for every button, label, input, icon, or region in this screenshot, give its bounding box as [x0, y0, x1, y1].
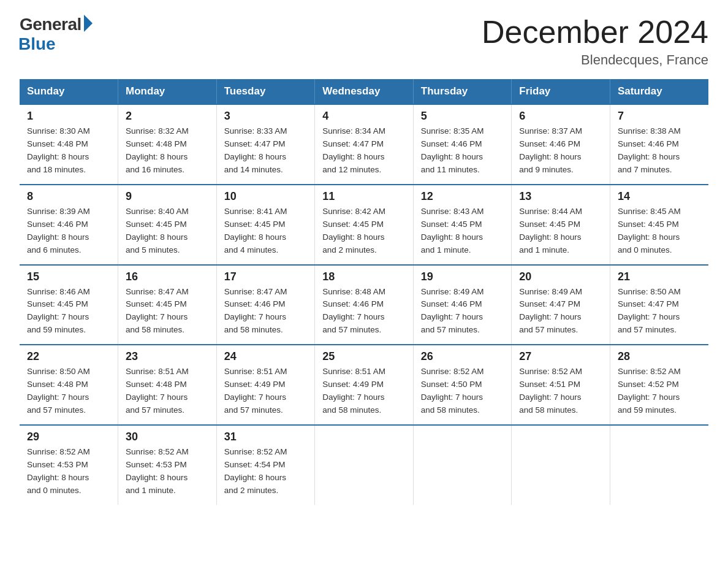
day-number: 21	[618, 270, 701, 283]
calendar-cell: 23Sunrise: 8:51 AMSunset: 4:48 PMDayligh…	[118, 345, 217, 425]
day-info: Sunrise: 8:33 AMSunset: 4:47 PMDaylight:…	[224, 125, 308, 177]
calendar-cell: 21Sunrise: 8:50 AMSunset: 4:47 PMDayligh…	[610, 265, 708, 345]
calendar-week-row: 1Sunrise: 8:30 AMSunset: 4:48 PMDaylight…	[20, 104, 708, 185]
day-number: 20	[519, 270, 602, 283]
calendar-cell: 5Sunrise: 8:35 AMSunset: 4:46 PMDaylight…	[413, 104, 512, 185]
calendar-cell	[512, 425, 610, 505]
logo: General Blue	[20, 15, 93, 54]
day-info: Sunrise: 8:50 AMSunset: 4:47 PMDaylight:…	[618, 286, 701, 337]
day-number: 26	[421, 350, 504, 363]
page-header: General Blue December 2024 Blendecques, …	[20, 15, 708, 68]
day-number: 29	[27, 431, 110, 443]
calendar-cell: 19Sunrise: 8:49 AMSunset: 4:46 PMDayligh…	[413, 265, 512, 345]
calendar-cell: 31Sunrise: 8:52 AMSunset: 4:54 PMDayligh…	[216, 425, 315, 505]
day-number: 5	[421, 110, 504, 123]
calendar-cell: 6Sunrise: 8:37 AMSunset: 4:46 PMDaylight…	[512, 104, 610, 185]
calendar-cell: 11Sunrise: 8:42 AMSunset: 4:45 PMDayligh…	[315, 185, 414, 265]
calendar-header-row: SundayMondayTuesdayWednesdayThursdayFrid…	[20, 79, 708, 104]
day-number: 14	[618, 190, 701, 203]
day-info: Sunrise: 8:34 AMSunset: 4:47 PMDaylight:…	[322, 125, 406, 177]
day-info: Sunrise: 8:37 AMSunset: 4:46 PMDaylight:…	[519, 125, 602, 177]
day-info: Sunrise: 8:46 AMSunset: 4:45 PMDaylight:…	[27, 286, 110, 337]
calendar-cell: 18Sunrise: 8:48 AMSunset: 4:46 PMDayligh…	[315, 265, 414, 345]
day-number: 16	[126, 270, 209, 283]
day-info: Sunrise: 8:40 AMSunset: 4:45 PMDaylight:…	[126, 205, 209, 257]
calendar-cell: 8Sunrise: 8:39 AMSunset: 4:46 PMDaylight…	[20, 185, 118, 265]
day-info: Sunrise: 8:38 AMSunset: 4:46 PMDaylight:…	[618, 125, 701, 177]
calendar-cell: 22Sunrise: 8:50 AMSunset: 4:48 PMDayligh…	[20, 345, 118, 425]
day-info: Sunrise: 8:41 AMSunset: 4:45 PMDaylight:…	[224, 205, 308, 257]
calendar-week-row: 22Sunrise: 8:50 AMSunset: 4:48 PMDayligh…	[20, 345, 708, 425]
calendar-cell: 30Sunrise: 8:52 AMSunset: 4:53 PMDayligh…	[118, 425, 217, 505]
calendar-cell: 28Sunrise: 8:52 AMSunset: 4:52 PMDayligh…	[610, 345, 708, 425]
calendar-cell: 14Sunrise: 8:45 AMSunset: 4:45 PMDayligh…	[610, 185, 708, 265]
column-header-wednesday: Wednesday	[315, 79, 414, 104]
day-number: 10	[224, 190, 308, 203]
day-number: 25	[322, 350, 406, 363]
logo-triangle-icon	[84, 15, 93, 32]
day-number: 17	[224, 270, 308, 283]
day-info: Sunrise: 8:49 AMSunset: 4:46 PMDaylight:…	[421, 286, 504, 337]
day-number: 28	[618, 350, 701, 363]
title-block: December 2024 Blendecques, France	[482, 15, 708, 68]
day-number: 31	[224, 431, 308, 443]
calendar-cell: 10Sunrise: 8:41 AMSunset: 4:45 PMDayligh…	[216, 185, 315, 265]
calendar-cell: 12Sunrise: 8:43 AMSunset: 4:45 PMDayligh…	[413, 185, 512, 265]
calendar-cell	[413, 425, 512, 505]
calendar-cell: 3Sunrise: 8:33 AMSunset: 4:47 PMDaylight…	[216, 104, 315, 185]
calendar-cell: 27Sunrise: 8:52 AMSunset: 4:51 PMDayligh…	[512, 345, 610, 425]
column-header-sunday: Sunday	[20, 79, 118, 104]
day-number: 19	[421, 270, 504, 283]
calendar-cell	[315, 425, 414, 505]
calendar-cell: 4Sunrise: 8:34 AMSunset: 4:47 PMDaylight…	[315, 104, 414, 185]
day-number: 6	[519, 110, 602, 123]
day-info: Sunrise: 8:52 AMSunset: 4:50 PMDaylight:…	[421, 366, 504, 417]
calendar-cell: 20Sunrise: 8:49 AMSunset: 4:47 PMDayligh…	[512, 265, 610, 345]
day-info: Sunrise: 8:52 AMSunset: 4:51 PMDaylight:…	[519, 366, 602, 417]
day-info: Sunrise: 8:52 AMSunset: 4:53 PMDaylight:…	[126, 446, 209, 497]
day-number: 8	[27, 190, 110, 203]
day-info: Sunrise: 8:43 AMSunset: 4:45 PMDaylight:…	[421, 205, 504, 257]
calendar-cell: 26Sunrise: 8:52 AMSunset: 4:50 PMDayligh…	[413, 345, 512, 425]
day-number: 7	[618, 110, 701, 123]
column-header-tuesday: Tuesday	[216, 79, 315, 104]
day-number: 9	[126, 190, 209, 203]
day-info: Sunrise: 8:39 AMSunset: 4:46 PMDaylight:…	[27, 205, 110, 257]
calendar-cell: 24Sunrise: 8:51 AMSunset: 4:49 PMDayligh…	[216, 345, 315, 425]
calendar-cell: 25Sunrise: 8:51 AMSunset: 4:49 PMDayligh…	[315, 345, 414, 425]
calendar-cell: 9Sunrise: 8:40 AMSunset: 4:45 PMDaylight…	[118, 185, 217, 265]
day-info: Sunrise: 8:49 AMSunset: 4:47 PMDaylight:…	[519, 286, 602, 337]
day-info: Sunrise: 8:45 AMSunset: 4:45 PMDaylight:…	[618, 205, 701, 257]
day-number: 11	[322, 190, 406, 203]
day-info: Sunrise: 8:52 AMSunset: 4:53 PMDaylight:…	[27, 446, 110, 497]
day-number: 4	[322, 110, 406, 123]
day-info: Sunrise: 8:42 AMSunset: 4:45 PMDaylight:…	[322, 205, 406, 257]
day-number: 22	[27, 350, 110, 363]
day-number: 2	[126, 110, 209, 123]
day-number: 27	[519, 350, 602, 363]
calendar-cell: 7Sunrise: 8:38 AMSunset: 4:46 PMDaylight…	[610, 104, 708, 185]
day-number: 13	[519, 190, 602, 203]
day-number: 3	[224, 110, 308, 123]
calendar-cell: 1Sunrise: 8:30 AMSunset: 4:48 PMDaylight…	[20, 104, 118, 185]
day-number: 18	[322, 270, 406, 283]
day-number: 23	[126, 350, 209, 363]
column-header-friday: Friday	[512, 79, 610, 104]
calendar-cell: 17Sunrise: 8:47 AMSunset: 4:46 PMDayligh…	[216, 265, 315, 345]
day-number: 12	[421, 190, 504, 203]
calendar-table: SundayMondayTuesdayWednesdayThursdayFrid…	[20, 79, 708, 504]
day-info: Sunrise: 8:35 AMSunset: 4:46 PMDaylight:…	[421, 125, 504, 177]
calendar-cell	[610, 425, 708, 505]
day-info: Sunrise: 8:30 AMSunset: 4:48 PMDaylight:…	[27, 125, 110, 177]
column-header-monday: Monday	[118, 79, 217, 104]
calendar-cell: 2Sunrise: 8:32 AMSunset: 4:48 PMDaylight…	[118, 104, 217, 185]
day-info: Sunrise: 8:47 AMSunset: 4:46 PMDaylight:…	[224, 286, 308, 337]
logo-blue-text: Blue	[18, 34, 56, 54]
day-info: Sunrise: 8:52 AMSunset: 4:54 PMDaylight:…	[224, 446, 308, 497]
calendar-week-row: 15Sunrise: 8:46 AMSunset: 4:45 PMDayligh…	[20, 265, 708, 345]
day-info: Sunrise: 8:44 AMSunset: 4:45 PMDaylight:…	[519, 205, 602, 257]
column-header-thursday: Thursday	[413, 79, 512, 104]
day-info: Sunrise: 8:48 AMSunset: 4:46 PMDaylight:…	[322, 286, 406, 337]
day-info: Sunrise: 8:51 AMSunset: 4:48 PMDaylight:…	[126, 366, 209, 417]
day-info: Sunrise: 8:50 AMSunset: 4:48 PMDaylight:…	[27, 366, 110, 417]
